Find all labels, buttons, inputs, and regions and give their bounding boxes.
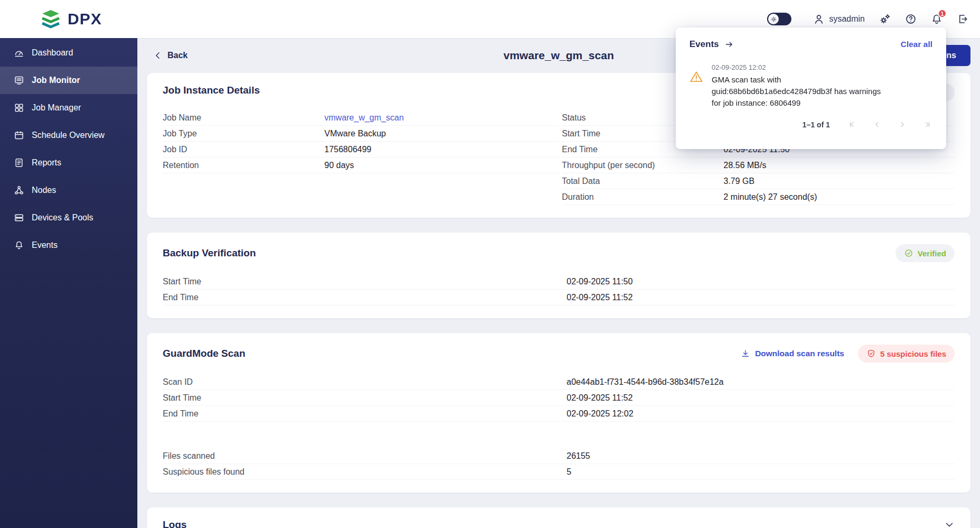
sidebar-item-label: Schedule Overview [32,131,105,140]
header-actions: sysadmin 1 [767,13,968,25]
detail-value: 5 [566,467,571,477]
verified-badge: Verified [895,244,955,262]
next-page-button[interactable] [898,120,907,129]
detail-row-start-time: Start Time 02-09-2025 11:52 [163,390,955,406]
job-details-left-column: Job Name vmware_w_gm_scan Job Type VMwar… [163,110,559,205]
sidebar: Dashboard Job Monitor Job Manager Schedu… [0,38,137,528]
detail-value: 2 minute(s) 27 second(s) [724,192,817,202]
help-button[interactable] [905,13,917,25]
sidebar-item-label: Nodes [32,186,56,195]
clear-all-button[interactable]: Clear all [901,40,932,49]
events-popup-title-link[interactable]: Events [689,39,734,50]
verified-badge-label: Verified [918,249,946,258]
prev-page-icon [873,120,882,129]
detail-label: End Time [163,293,566,302]
detail-label: End Time [163,409,566,419]
first-page-icon [848,120,857,129]
first-page-button[interactable] [848,120,857,129]
notification-count-badge: 1 [938,9,947,18]
last-page-button[interactable] [922,120,931,129]
sidebar-item-job-manager[interactable]: Job Manager [0,94,137,122]
back-label: Back [167,51,188,60]
settings-gears-icon [879,13,891,25]
detail-label: Start Time [163,393,566,403]
job-manager-icon [14,103,24,113]
detail-label: Job Type [163,129,324,138]
logs-expand-button[interactable] [944,520,955,528]
sidebar-item-nodes[interactable]: Nodes [0,177,137,204]
pagination-label: 1–1 of 1 [802,121,830,129]
detail-value[interactable]: vmware_w_gm_scan [324,113,404,123]
detail-row-job-name: Job Name vmware_w_gm_scan [163,110,559,126]
user-icon [813,13,825,25]
detail-label: Duration [562,192,724,202]
notifications-button[interactable]: 1 [931,13,942,25]
theme-toggle[interactable] [767,13,791,25]
guardmode-scan-card: GuardMode Scan Download scan results 5 s… [147,333,970,493]
backup-verification-rows: Start Time 02-09-2025 11:50 End Time 02-… [163,274,955,305]
help-icon [905,13,917,25]
download-scan-results-link[interactable]: Download scan results [741,349,844,358]
prev-page-button[interactable] [873,120,882,129]
detail-value: 02-09-2025 11:52 [566,293,632,302]
event-body: 02-09-2025 12:02 GMA scan task with guid… [712,63,889,108]
page-title: vmware_w_gm_scan [503,49,614,62]
user-menu[interactable]: sysadmin [813,13,865,25]
events-icon [14,240,24,251]
dpx-layers-icon [39,8,62,30]
detail-row-end-time: End Time 02-09-2025 12:02 [163,406,955,422]
sidebar-item-schedule-overview[interactable]: Schedule Overview [0,122,137,149]
detail-value: 1756806499 [324,145,371,154]
detail-row-job-type: Job Type VMware Backup [163,126,559,142]
next-page-icon [898,120,907,129]
guardmode-scan-title: GuardMode Scan [163,348,245,359]
theme-toggle-knob [768,14,779,24]
logs-title: Logs [163,519,186,528]
job-monitor-icon [14,75,24,86]
events-popup-header: Events Clear all [689,39,932,50]
detail-value: VMware Backup [324,129,386,138]
sidebar-item-job-monitor[interactable]: Job Monitor [0,67,137,94]
nodes-icon [14,185,24,196]
arrow-right-icon [724,40,734,49]
chevron-down-icon [944,520,955,528]
detail-value: 02-09-2025 12:02 [566,409,633,419]
sidebar-item-label: Reports [32,158,61,168]
back-button[interactable]: Back [153,51,188,60]
check-circle-icon [904,248,913,258]
dpx-logo[interactable]: DPX [39,8,102,30]
detail-label: Suspicious files found [163,467,566,477]
event-item[interactable]: 02-09-2025 12:02 GMA scan task with guid… [689,63,932,108]
detail-row-duration: Duration 2 minute(s) 27 second(s) [562,189,955,205]
guardmode-scan-actions: Download scan results 5 suspicious files [741,345,955,363]
last-page-icon [922,120,931,129]
detail-label: Files scanned [163,451,566,461]
detail-value: 02-09-2025 11:52 [566,393,632,403]
dashboard-icon [14,48,24,58]
detail-label: Start Time [163,277,566,286]
sidebar-item-label: Devices & Pools [32,213,94,223]
events-popup: Events Clear all 02-09-2025 12:02 GMA sc… [676,27,946,149]
download-icon [741,349,750,358]
guardmode-scan-results-rows: Files scanned 26155 Suspicious files fou… [163,448,955,480]
backup-verification-header: Backup Verification Verified [163,244,955,262]
detail-label: Throughput (per second) [562,161,724,170]
settings-button[interactable] [879,13,891,25]
sidebar-item-devices-pools[interactable]: Devices & Pools [0,204,137,231]
suspicious-files-label: 5 suspicious files [880,349,946,358]
detail-row-total-data: Total Data 3.79 GB [562,173,955,189]
detail-row-end-time: End Time 02-09-2025 11:52 [163,290,955,305]
logs-header: Logs [163,519,955,528]
username: sysadmin [829,14,865,24]
detail-value: 26155 [566,451,590,461]
sidebar-item-events[interactable]: Events [0,231,137,259]
backup-verification-title: Backup Verification [163,247,256,259]
schedule-overview-icon [14,130,24,141]
sidebar-item-reports[interactable]: Reports [0,149,137,177]
sidebar-item-dashboard[interactable]: Dashboard [0,39,137,67]
detail-label: Job ID [163,145,324,154]
chevron-left-icon [153,51,163,60]
logout-button[interactable] [957,13,968,25]
detail-row-start-time: Start Time 02-09-2025 11:50 [163,274,955,290]
suspicious-files-badge[interactable]: 5 suspicious files [858,345,955,363]
